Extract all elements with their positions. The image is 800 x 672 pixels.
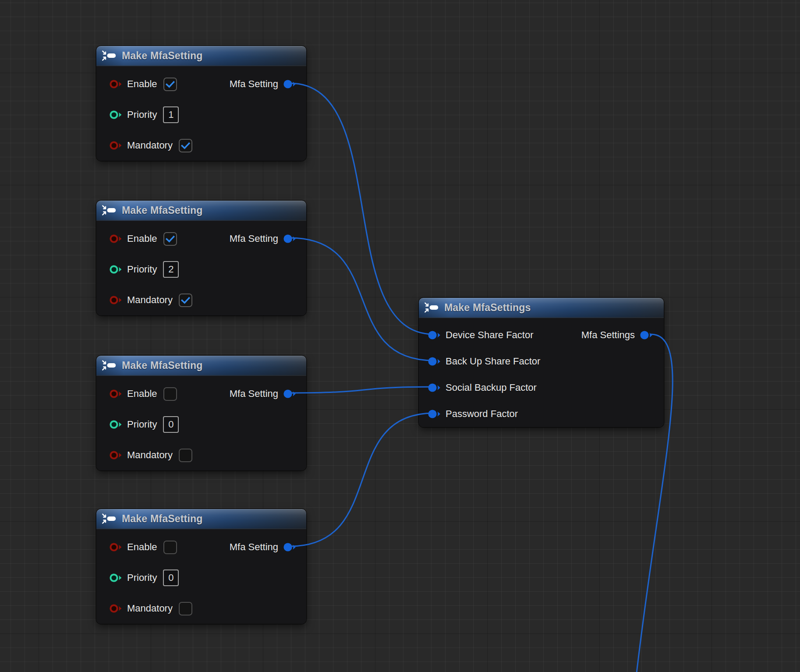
pin-label: Social Backup Factor — [446, 382, 537, 393]
mfa-setting-output-pin[interactable] — [283, 389, 297, 399]
make-struct-icon — [102, 205, 117, 216]
pin-row-priority: Priority 1 — [96, 99, 306, 130]
priority-input[interactable]: 2 — [163, 261, 179, 278]
pin-label: Mandatory — [127, 449, 173, 461]
node-header[interactable]: Make MfaSetting — [96, 201, 306, 221]
wire-setting3-to-social-backup-factor[interactable] — [290, 387, 434, 393]
graph-canvas[interactable]: Make MfaSetting Enable Priority 1 Mandat… — [0, 0, 800, 672]
enable-input-pin[interactable] — [110, 79, 123, 89]
mandatory-input-pin[interactable] — [110, 295, 123, 305]
make-struct-icon — [102, 513, 117, 524]
node-make-mfasetting-4[interactable]: Make MfaSetting Enable Priority 0 Mandat… — [96, 509, 306, 624]
node-body: Enable Priority 0 Mandatory Mfa Setting — [96, 529, 306, 624]
node-body: Enable Priority 0 Mandatory Mfa Setting — [96, 376, 306, 470]
make-struct-icon — [424, 302, 439, 313]
pin-label: Mandatory — [127, 294, 173, 306]
pin-label: Priority — [127, 264, 157, 275]
node-make-mfasetting-3[interactable]: Make MfaSetting Enable Priority 0 Mandat… — [96, 356, 306, 470]
node-make-mfasetting-1[interactable]: Make MfaSetting Enable Priority 1 Mandat… — [96, 46, 306, 161]
priority-input-pin[interactable] — [110, 110, 123, 120]
pin-label: Password Factor — [446, 408, 518, 420]
enable-checkbox[interactable] — [163, 387, 177, 401]
mandatory-checkbox[interactable] — [179, 449, 192, 462]
node-header[interactable]: Make MfaSetting — [96, 356, 306, 376]
device-share-factor-input-pin[interactable] — [428, 330, 441, 340]
pin-label: Priority — [127, 419, 157, 430]
pin-row-mandatory: Mandatory — [96, 440, 306, 470]
node-title: Make MfaSetting — [122, 205, 202, 216]
pin-row-back-up-share-factor: Back Up Share Factor — [419, 348, 664, 375]
pin-label: Mandatory — [127, 140, 173, 151]
pin-label: Enable — [127, 541, 157, 553]
mfa-setting-output-pin[interactable] — [283, 79, 297, 89]
mandatory-input-pin[interactable] — [110, 141, 123, 150]
pin-label: Enable — [127, 388, 157, 400]
pin-label: Mandatory — [127, 603, 173, 614]
enable-input-pin[interactable] — [110, 234, 123, 244]
pin-row-priority: Priority 2 — [96, 254, 306, 285]
pin-label: Priority — [127, 572, 157, 584]
pin-row-output: Mfa Setting — [230, 223, 306, 254]
make-struct-icon — [102, 50, 117, 61]
priority-input-pin[interactable] — [110, 265, 123, 274]
pin-row-output: Mfa Setting — [230, 378, 306, 409]
enable-checkbox[interactable] — [163, 232, 177, 246]
mandatory-input-pin[interactable] — [110, 604, 123, 613]
pin-row-social-backup-factor: Social Backup Factor — [419, 375, 664, 401]
wire-setting2-to-back-up-share-factor[interactable] — [290, 238, 434, 361]
pin-row-mandatory: Mandatory — [96, 593, 306, 624]
mandatory-checkbox[interactable] — [179, 139, 192, 152]
priority-input[interactable]: 1 — [163, 106, 179, 123]
mfa-settings-output-pin[interactable] — [640, 330, 653, 340]
pin-label: Enable — [127, 233, 157, 244]
pin-label: Device Share Factor — [446, 329, 534, 341]
mfa-setting-output-pin[interactable] — [283, 234, 297, 244]
priority-input[interactable]: 0 — [163, 569, 179, 586]
enable-input-pin[interactable] — [110, 389, 123, 399]
pin-label: Mfa Settings — [581, 329, 635, 341]
pin-label: Mfa Setting — [230, 541, 278, 553]
node-body: Enable Priority 1 Mandatory Mfa Setting — [96, 66, 306, 161]
node-title: Make MfaSetting — [122, 513, 202, 525]
priority-input-pin[interactable] — [110, 573, 123, 583]
mandatory-checkbox[interactable] — [179, 602, 192, 615]
pin-row-priority: Priority 0 — [96, 409, 306, 440]
node-header[interactable]: Make MfaSetting — [96, 509, 306, 529]
pin-row-mandatory: Mandatory — [96, 285, 306, 315]
wire-setting1-to-device-share-factor[interactable] — [290, 83, 434, 334]
pin-row-password-factor: Password Factor — [419, 401, 664, 427]
mandatory-input-pin[interactable] — [110, 450, 123, 460]
make-struct-icon — [102, 360, 117, 371]
pin-label: Mfa Setting — [230, 78, 278, 90]
pin-label: Enable — [127, 78, 157, 90]
mandatory-checkbox[interactable] — [179, 294, 192, 307]
node-header[interactable]: Make MfaSettings — [419, 298, 664, 318]
wire-setting4-to-password-factor[interactable] — [290, 413, 434, 546]
node-body: Device Share Factor Back Up Share Factor… — [419, 318, 664, 427]
enable-checkbox[interactable] — [163, 541, 177, 554]
priority-input[interactable]: 0 — [163, 416, 179, 433]
pin-row-output: Mfa Setting — [230, 532, 306, 562]
enable-checkbox[interactable] — [163, 78, 177, 91]
back-up-share-factor-input-pin[interactable] — [428, 357, 441, 366]
node-make-mfasettings[interactable]: Make MfaSettings Device Share Factor Bac… — [419, 298, 664, 427]
priority-input-pin[interactable] — [110, 420, 123, 429]
pin-row-output: Mfa Setting — [230, 69, 306, 99]
social-backup-factor-input-pin[interactable] — [428, 383, 441, 393]
enable-input-pin[interactable] — [110, 542, 123, 552]
node-header[interactable]: Make MfaSetting — [96, 46, 306, 66]
node-title: Make MfaSettings — [444, 302, 531, 314]
pin-label: Back Up Share Factor — [446, 356, 540, 367]
node-title: Make MfaSetting — [122, 50, 202, 62]
password-factor-input-pin[interactable] — [428, 409, 441, 419]
pin-row-output: Mfa Settings — [581, 322, 664, 348]
pin-row-mandatory: Mandatory — [96, 130, 306, 161]
mfa-setting-output-pin[interactable] — [283, 542, 297, 552]
pin-label: Priority — [127, 109, 157, 120]
node-title: Make MfaSetting — [122, 360, 202, 371]
node-make-mfasetting-2[interactable]: Make MfaSetting Enable Priority 2 Mandat… — [96, 201, 306, 315]
node-body: Enable Priority 2 Mandatory Mfa Setting — [96, 221, 306, 315]
pin-row-priority: Priority 0 — [96, 562, 306, 593]
pin-label: Mfa Setting — [230, 233, 278, 244]
pin-label: Mfa Setting — [230, 388, 278, 400]
